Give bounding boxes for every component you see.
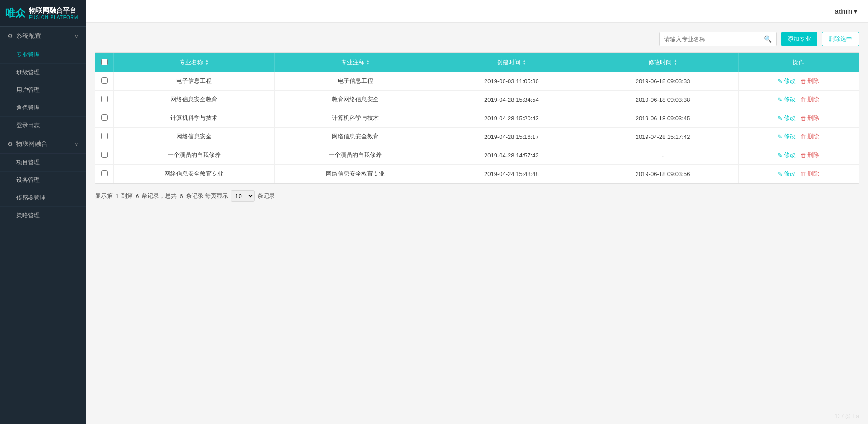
pagination-total: 6 xyxy=(179,193,183,200)
sort-update-icon[interactable]: ▲▼ xyxy=(674,59,677,66)
row-update-time-4: 2019-04-28 15:17:42 xyxy=(587,128,739,146)
sidebar-item-sensor[interactable]: 传感器管理 xyxy=(0,189,86,207)
system-config-group: ⚙ 系统配置 ∨ 专业管理 班级管理 用户管理 角色管理 登录日志 xyxy=(0,27,86,134)
sidebar: 唯众 物联网融合平台 FUSION PLATFORM ⚙ 系统配置 ∨ 专业管理… xyxy=(0,0,86,424)
iot-fusion-group: ⚙ 物联网融合 ∨ 项目管理 设备管理 传感器管理 策略管理 xyxy=(0,134,86,224)
row-name-5: 一个演员的自我修养 xyxy=(113,146,275,165)
sidebar-item-strategy[interactable]: 策略管理 xyxy=(0,207,86,224)
delete-button-2[interactable]: 🗑 删除 xyxy=(800,95,819,104)
edit-icon-1: ✎ xyxy=(778,78,783,85)
delete-icon-3: 🗑 xyxy=(800,115,806,122)
row-create-time-3: 2019-04-28 15:20:43 xyxy=(436,109,587,128)
sidebar-item-log[interactable]: 登录日志 xyxy=(0,117,86,134)
row-checkbox-3[interactable] xyxy=(101,114,108,121)
row-remark-1: 电子信息工程 xyxy=(275,72,436,91)
row-checkbox-6[interactable] xyxy=(101,170,108,176)
th-remark: 专业注释 ▲▼ xyxy=(275,53,436,72)
row-checkbox-5[interactable] xyxy=(101,152,108,158)
logo-sub-text: FUSION PLATFORM xyxy=(29,15,78,20)
edit-button-3[interactable]: ✎ 修改 xyxy=(778,114,796,122)
user-menu[interactable]: admin ▾ xyxy=(835,8,857,15)
pagination-end: 6 xyxy=(136,193,139,200)
row-checkbox-4[interactable] xyxy=(101,133,108,139)
sidebar-item-project[interactable]: 项目管理 xyxy=(0,154,86,172)
row-update-time-2: 2019-06-18 09:03:38 xyxy=(587,91,739,109)
sidebar-item-major[interactable]: 专业管理 xyxy=(0,46,86,64)
row-name-4: 网络信息安全 xyxy=(113,128,275,146)
th-create-time: 创建时间 ▲▼ xyxy=(436,53,587,72)
pagination-text5: 条记录 xyxy=(257,192,275,200)
edit-icon-4: ✎ xyxy=(778,133,783,140)
table-row: 一个演员的自我修养 一个演员的自我修养 2019-04-28 14:57:42 … xyxy=(95,146,859,165)
system-config-header[interactable]: ⚙ 系统配置 ∨ xyxy=(0,27,86,46)
table-row: 网络信息安全教育专业 网络信息安全教育专业 2019-04-24 15:48:4… xyxy=(95,165,859,183)
edit-icon-3: ✎ xyxy=(778,115,783,122)
row-create-time-2: 2019-04-28 15:34:54 xyxy=(436,91,587,109)
row-remark-3: 计算机科学与技术 xyxy=(275,109,436,128)
edit-button-5[interactable]: ✎ 修改 xyxy=(778,151,796,159)
table-row: 网络信息安全教育 教育网络信息安全 2019-04-28 15:34:54 20… xyxy=(95,91,859,109)
pagination-bar: 显示第 1 到第 6 条记录，总共 6 条记录 每页显示 10 20 50 10… xyxy=(95,190,859,202)
table-row: 电子信息工程 电子信息工程 2019-06-03 11:05:36 2019-0… xyxy=(95,72,859,91)
pagination-text4: 条记录 每页显示 xyxy=(186,192,229,200)
delete-selected-button[interactable]: 删除选中 xyxy=(822,32,859,46)
username: admin xyxy=(835,8,852,15)
major-table: 专业名称 ▲▼ 专业注释 ▲▼ 创建时间 xyxy=(95,52,859,184)
edit-button-4[interactable]: ✎ 修改 xyxy=(778,133,796,141)
sort-remark-icon[interactable]: ▲▼ xyxy=(366,59,370,66)
row-create-time-1: 2019-06-03 11:05:36 xyxy=(436,72,587,91)
sidebar-item-user[interactable]: 用户管理 xyxy=(0,81,86,99)
delete-icon-5: 🗑 xyxy=(800,152,806,159)
row-checkbox-1[interactable] xyxy=(101,77,108,84)
row-checkbox-cell xyxy=(95,128,113,146)
user-chevron-icon: ▾ xyxy=(854,8,857,15)
gear-icon: ⚙ xyxy=(7,33,13,40)
edit-button-1[interactable]: ✎ 修改 xyxy=(778,77,796,85)
delete-button-1[interactable]: 🗑 删除 xyxy=(800,77,819,85)
pagination-text1: 显示第 xyxy=(95,192,113,200)
th-update-time: 修改时间 ▲▼ xyxy=(587,53,739,72)
row-update-time-6: 2019-06-18 09:03:56 xyxy=(587,165,739,183)
logo-icon: 唯众 xyxy=(5,8,25,18)
topbar: admin ▾ xyxy=(86,0,868,23)
row-action-1: ✎ 修改 🗑 删除 xyxy=(738,72,859,91)
row-checkbox-cell xyxy=(95,109,113,128)
row-action-6: ✎ 修改 🗑 删除 xyxy=(738,165,859,183)
row-checkbox-2[interactable] xyxy=(101,96,108,102)
row-name-6: 网络信息安全教育专业 xyxy=(113,165,275,183)
delete-icon-1: 🗑 xyxy=(800,78,806,85)
table-row: 网络信息安全 网络信息安全教育 2019-04-28 15:16:17 2019… xyxy=(95,128,859,146)
system-config-label: 系统配置 xyxy=(16,32,41,40)
sort-create-icon[interactable]: ▲▼ xyxy=(522,59,526,66)
logo: 唯众 物联网融合平台 FUSION PLATFORM xyxy=(0,0,86,27)
sort-name-icon[interactable]: ▲▼ xyxy=(205,59,208,66)
system-config-chevron: ∨ xyxy=(75,33,79,39)
edit-icon-6: ✎ xyxy=(778,171,783,177)
row-name-1: 电子信息工程 xyxy=(113,72,275,91)
row-name-3: 计算机科学与技术 xyxy=(113,109,275,128)
row-update-time-3: 2019-06-18 09:03:45 xyxy=(587,109,739,128)
sidebar-item-class[interactable]: 班级管理 xyxy=(0,64,86,81)
select-all-checkbox[interactable] xyxy=(101,59,108,65)
search-button[interactable]: 🔍 xyxy=(759,32,776,46)
delete-button-6[interactable]: 🗑 删除 xyxy=(800,170,819,178)
edit-button-2[interactable]: ✎ 修改 xyxy=(778,95,796,104)
table-row: 计算机科学与技术 计算机科学与技术 2019-04-28 15:20:43 20… xyxy=(95,109,859,128)
edit-button-6[interactable]: ✎ 修改 xyxy=(778,170,796,178)
row-remark-4: 网络信息安全教育 xyxy=(275,128,436,146)
search-box: 🔍 xyxy=(659,32,777,46)
sidebar-item-role[interactable]: 角色管理 xyxy=(0,99,86,117)
per-page-select[interactable]: 10 20 50 100 xyxy=(231,190,255,202)
iot-fusion-header[interactable]: ⚙ 物联网融合 ∨ xyxy=(0,134,86,154)
row-update-time-5: - xyxy=(587,146,739,165)
sidebar-item-device[interactable]: 设备管理 xyxy=(0,172,86,189)
row-action-5: ✎ 修改 🗑 删除 xyxy=(738,146,859,165)
iot-fusion-label: 物联网融合 xyxy=(16,140,47,148)
delete-button-4[interactable]: 🗑 删除 xyxy=(800,133,819,141)
delete-button-5[interactable]: 🗑 删除 xyxy=(800,151,819,159)
search-input[interactable] xyxy=(660,32,759,46)
delete-icon-4: 🗑 xyxy=(800,133,806,140)
add-major-button[interactable]: 添加专业 xyxy=(781,32,817,46)
delete-button-3[interactable]: 🗑 删除 xyxy=(800,114,819,122)
edit-icon-2: ✎ xyxy=(778,96,783,103)
